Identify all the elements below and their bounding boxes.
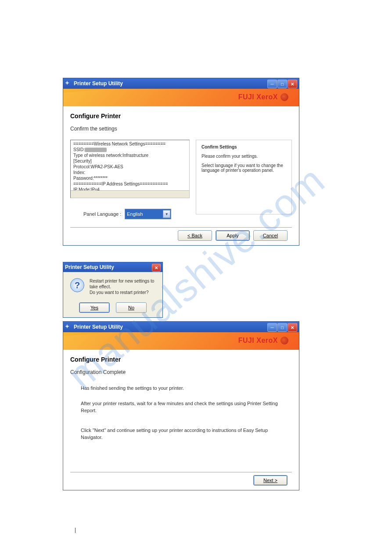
apply-button[interactable]: Apply	[216, 230, 250, 241]
window-configure-confirm: ✦ Printer Setup Utility ─ □ ✕ FUJI XeroX…	[63, 78, 299, 246]
panel-language-value: English	[127, 211, 143, 217]
settings-line: IP Mode:IPv4	[73, 187, 187, 190]
page-heading: Configure Printer	[70, 356, 292, 363]
app-icon: ✦	[65, 323, 72, 330]
brand-text: FUJI XeroX	[238, 337, 278, 345]
sidebox-title: Confirm Settings	[201, 145, 286, 149]
settings-line: ========Wireless Network Settings=======…	[73, 141, 187, 147]
no-button[interactable]: No	[116, 302, 147, 313]
panel-language-select[interactable]: English ▼	[125, 209, 171, 219]
page-subheading: Confirm the settings	[70, 126, 292, 132]
dialog-title: Printer Setup Utility	[65, 264, 114, 270]
brand-text: FUJI XeroX	[238, 93, 278, 101]
settings-line: SSID:	[73, 147, 187, 152]
settings-line: [Security]	[73, 158, 187, 164]
dialog-msg-line1: Restart printer for new settings to take…	[90, 278, 155, 290]
next-button[interactable]: Next >	[253, 475, 288, 486]
titlebar: ✦ Printer Setup Utility ─ □ ✕	[63, 322, 299, 332]
complete-para1: Has finished sending the settings to you…	[81, 385, 286, 392]
window-configure-complete: ✦ Printer Setup Utility ─ □ ✕ FUJI XeroX…	[63, 321, 299, 490]
yes-button[interactable]: Yes	[79, 302, 110, 313]
brand-logo: FUJI XeroX	[238, 337, 288, 345]
panel-language-label: Panel Language :	[83, 211, 121, 217]
complete-para2: After your printer restarts, wait for a …	[81, 400, 286, 414]
window-title: Printer Setup Utility	[74, 80, 123, 87]
settings-line: Protocol:WPA2-PSK-AES	[73, 164, 187, 170]
settings-line: Type of wireless network:Infrastructure	[73, 152, 187, 158]
minimize-button[interactable]: ─	[267, 80, 277, 88]
help-sidebox: Confirm Settings Please confirm your set…	[196, 140, 292, 214]
horizontal-scrollbar[interactable]	[71, 190, 189, 198]
minimize-button[interactable]: ─	[267, 323, 277, 332]
window-title: Printer Setup Utility	[74, 324, 123, 330]
complete-para3: Click "Next" and continue setting up you…	[81, 427, 286, 441]
brand-swirl-icon	[281, 337, 288, 345]
dialog-msg-line2: Do you want to restart printer?	[90, 290, 155, 295]
restart-dialog: Printer Setup Utility ✕ ? Restart printe…	[63, 262, 163, 318]
window-controls: ─ □ ✕	[267, 80, 297, 88]
ssid-redacted	[85, 148, 107, 152]
titlebar: Printer Setup Utility ✕	[63, 262, 162, 272]
brand-banner: FUJI XeroX	[63, 332, 299, 350]
maximize-button[interactable]: □	[277, 323, 287, 332]
back-button[interactable]: < Back	[178, 230, 212, 241]
app-icon: ✦	[65, 80, 72, 87]
sidebox-line1: Please confirm your settings.	[201, 154, 286, 159]
brand-swirl-icon	[281, 93, 288, 101]
settings-listbox[interactable]: ========Wireless Network Settings=======…	[70, 140, 190, 198]
maximize-button[interactable]: □	[277, 80, 287, 88]
brand-banner: FUJI XeroX	[63, 89, 299, 106]
settings-line: ===========IP Address Settings==========…	[73, 181, 187, 187]
cancel-button[interactable]: Cancel	[253, 230, 288, 241]
settings-line: Password:********	[73, 175, 187, 181]
question-icon: ?	[70, 278, 84, 292]
page-subheading: Configuration Complete	[70, 369, 292, 375]
sidebox-line2: Select language if you want to change th…	[201, 163, 286, 173]
footer-mark: |	[75, 527, 76, 533]
chevron-down-icon: ▼	[163, 210, 170, 218]
close-button[interactable]: ✕	[288, 323, 297, 332]
brand-logo: FUJI XeroX	[238, 93, 288, 101]
close-button[interactable]: ✕	[152, 264, 161, 272]
close-button[interactable]: ✕	[288, 80, 297, 88]
titlebar: ✦ Printer Setup Utility ─ □ ✕	[63, 78, 299, 89]
settings-line: Index:	[73, 170, 187, 175]
page-heading: Configure Printer	[70, 112, 292, 120]
